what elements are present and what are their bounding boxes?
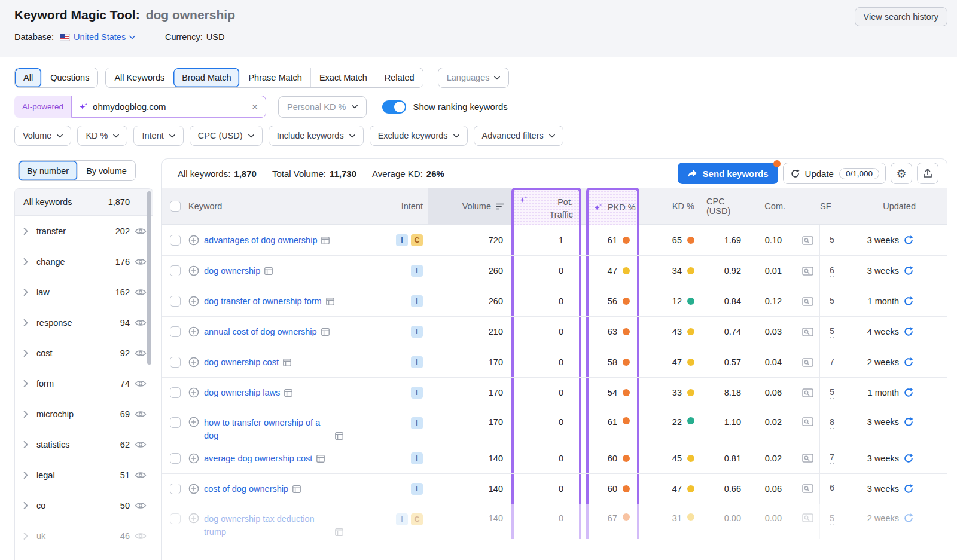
sf-link[interactable]: 7	[830, 357, 834, 368]
serp-window-icon[interactable]	[292, 485, 301, 493]
clear-input-icon[interactable]: ✕	[251, 102, 258, 112]
refresh-row-icon[interactable]	[904, 454, 913, 463]
sidebar-scrollbar[interactable]	[147, 191, 151, 365]
eye-icon[interactable]	[135, 380, 147, 388]
refresh-row-icon[interactable]	[904, 417, 913, 427]
refresh-row-icon[interactable]	[904, 327, 913, 336]
add-keyword-icon[interactable]	[188, 453, 199, 464]
refresh-row-icon[interactable]	[904, 357, 913, 367]
tab[interactable]: All	[15, 68, 42, 87]
header-kd[interactable]: KD %	[639, 188, 706, 225]
show-ranking-keywords-toggle[interactable]: Show ranking keywords	[382, 100, 507, 114]
row-checkbox[interactable]	[170, 265, 181, 276]
sort-icon[interactable]	[496, 203, 504, 210]
add-keyword-icon[interactable]	[188, 513, 199, 524]
sf-link[interactable]: 5	[830, 326, 834, 338]
refresh-row-icon[interactable]	[904, 388, 913, 397]
keyword-link[interactable]: dog ownership cost	[204, 356, 291, 368]
filter-dropdown[interactable]: Intent	[133, 126, 183, 146]
tab[interactable]: Related	[376, 68, 423, 87]
add-keyword-icon[interactable]	[188, 387, 199, 398]
serp-window-icon[interactable]	[283, 359, 291, 366]
filter-dropdown[interactable]: CPC (USD)	[190, 126, 263, 146]
row-checkbox[interactable]	[170, 453, 181, 464]
select-all-checkbox[interactable]	[170, 201, 181, 212]
header-cpc[interactable]: CPC (USD)	[706, 188, 759, 225]
settings-button[interactable]: ⚙	[891, 163, 912, 184]
sf-link[interactable]: 5	[830, 513, 834, 525]
domain-search-input[interactable]: ohmydogblog.com ✕	[71, 96, 266, 118]
eye-icon[interactable]	[135, 471, 147, 479]
eye-icon[interactable]	[135, 258, 147, 266]
serp-preview-icon[interactable]	[802, 267, 813, 276]
refresh-row-icon[interactable]	[904, 484, 913, 494]
sf-link[interactable]: 6	[830, 483, 834, 494]
row-checkbox[interactable]	[170, 326, 181, 337]
keyword-link[interactable]: how to transfer ownership of a dog	[204, 416, 343, 443]
row-checkbox[interactable]	[170, 235, 181, 246]
keyword-group-item[interactable]: statistics 62	[15, 429, 153, 460]
keyword-group-item[interactable]: microchip 69	[15, 399, 153, 429]
keyword-group-item[interactable]: law 162	[15, 277, 153, 307]
keyword-group-item[interactable]: form 74	[15, 368, 153, 399]
serp-preview-icon[interactable]	[802, 328, 813, 336]
filter-dropdown[interactable]: KD %	[77, 126, 127, 146]
serp-preview-icon[interactable]	[802, 417, 813, 426]
refresh-row-icon[interactable]	[904, 296, 913, 306]
keyword-link[interactable]: cost of dog ownership	[204, 483, 301, 495]
by-volume-tab[interactable]: By volume	[78, 161, 135, 180]
eye-icon[interactable]	[135, 501, 147, 510]
serp-window-icon[interactable]	[321, 328, 330, 336]
keyword-link[interactable]: advantages of dog ownership	[204, 234, 330, 246]
eye-icon[interactable]	[135, 410, 147, 418]
sf-link[interactable]: 5	[830, 387, 834, 399]
update-button[interactable]: Update 0/1,000	[783, 163, 886, 184]
refresh-row-icon[interactable]	[904, 266, 913, 276]
keyword-link[interactable]: average dog ownership cost	[204, 452, 325, 464]
serp-window-icon[interactable]	[326, 298, 334, 305]
eye-icon[interactable]	[135, 227, 147, 235]
sf-link[interactable]: 5	[830, 296, 834, 307]
row-checkbox[interactable]	[170, 387, 181, 398]
row-checkbox[interactable]	[170, 296, 181, 307]
languages-dropdown[interactable]: Languages	[438, 68, 510, 88]
header-intent[interactable]: Intent	[380, 188, 428, 225]
database-value[interactable]: United States	[74, 32, 126, 42]
serp-preview-icon[interactable]	[802, 297, 813, 306]
all-keywords-row[interactable]: All keywords 1,870	[15, 189, 153, 216]
add-keyword-icon[interactable]	[188, 417, 199, 427]
serp-window-icon[interactable]	[321, 237, 330, 244]
database-selector[interactable]: Database: United States	[14, 32, 135, 42]
sf-link[interactable]: 6	[830, 265, 834, 277]
keyword-link[interactable]: dog ownership	[204, 265, 273, 277]
row-checkbox[interactable]	[170, 417, 181, 428]
serp-window-icon[interactable]	[335, 432, 343, 440]
by-number-tab[interactable]: By number	[19, 161, 78, 180]
add-keyword-icon[interactable]	[188, 484, 199, 494]
filter-dropdown[interactable]: Include keywords	[269, 126, 364, 146]
keyword-link[interactable]: dog ownership tax deduction trump	[204, 512, 343, 539]
serp-preview-icon[interactable]	[802, 484, 813, 493]
header-pot-traffic[interactable]: Pot.Traffic	[511, 188, 581, 225]
keyword-group-item[interactable]: response 94	[15, 307, 153, 338]
header-pkd[interactable]: PKD %	[586, 188, 639, 225]
toggle-switch[interactable]	[382, 100, 406, 114]
serp-window-icon[interactable]	[264, 267, 273, 275]
eye-icon[interactable]	[135, 319, 147, 327]
add-keyword-icon[interactable]	[188, 235, 199, 246]
refresh-row-icon[interactable]	[904, 235, 913, 245]
add-keyword-icon[interactable]	[188, 357, 199, 368]
sf-link[interactable]: 7	[830, 452, 834, 464]
header-sf[interactable]: SF	[820, 188, 844, 225]
header-keyword[interactable]: Keyword	[188, 188, 380, 225]
search-input-value[interactable]: ohmydogblog.com	[93, 102, 246, 112]
tab[interactable]: Exact Match	[311, 68, 376, 87]
row-checkbox[interactable]	[170, 357, 181, 368]
serp-preview-icon[interactable]	[802, 513, 813, 522]
keyword-group-item[interactable]: change 176	[15, 246, 153, 277]
sf-link[interactable]: 8	[830, 417, 834, 429]
add-keyword-icon[interactable]	[188, 265, 199, 276]
sf-link[interactable]: 5	[830, 235, 834, 246]
tab[interactable]: Phrase Match	[240, 68, 310, 87]
serp-window-icon[interactable]	[316, 455, 325, 463]
